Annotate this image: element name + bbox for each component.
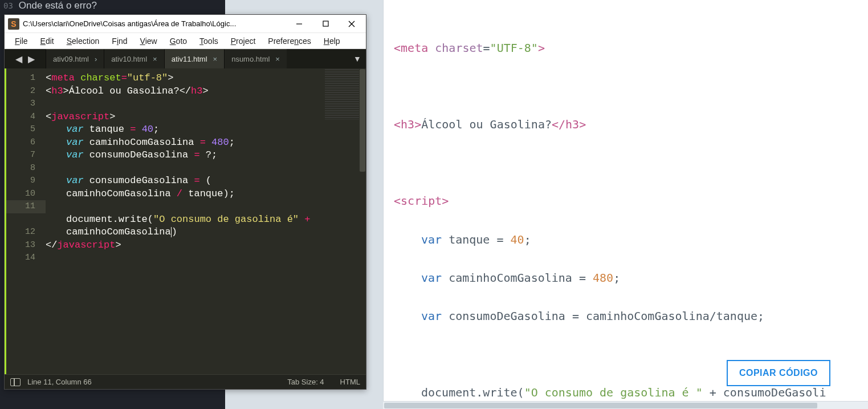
svg-rect-1 (323, 21, 328, 26)
vertical-scrollbar[interactable] (359, 68, 366, 374)
menu-view[interactable]: View (135, 35, 163, 47)
menu-preferences[interactable]: Preferences (262, 35, 317, 47)
tab-label: nsumo.html (231, 55, 270, 63)
close-button[interactable] (339, 15, 365, 33)
tab-bar: ◀ ▶ ativ09.html › ativ10.html × ativ11.h… (5, 49, 366, 68)
app-icon: S (8, 18, 19, 30)
panel-toggle-icon[interactable] (10, 378, 21, 386)
tab-close-icon[interactable]: × (213, 55, 218, 63)
diff-gutter-marker (5, 68, 6, 374)
tab-ativ11[interactable]: ativ11.html × (164, 49, 224, 68)
minimize-button[interactable] (286, 15, 312, 33)
tab-overflow-button[interactable]: ▼ (349, 49, 366, 68)
menu-project[interactable]: Project (225, 35, 262, 47)
status-bar: Line 11, Column 66 Tab Size: 4 HTML (5, 374, 366, 389)
close-icon (348, 21, 355, 27)
menu-file[interactable]: File (9, 35, 34, 47)
tab-label: ativ10.html (111, 55, 147, 63)
question-text: Onde está o erro? (19, 0, 97, 11)
maximize-icon (323, 21, 329, 27)
editor-area[interactable]: 1 2 3 4 5 6 7 8 9 10 11 12 13 14 <meta c… (5, 68, 366, 374)
reference-code-pane: <meta charset="UTF-8"> <h3>Álcool ou Gas… (383, 0, 868, 402)
tab-history-forward-icon[interactable]: ▶ (28, 54, 35, 64)
scrollbar-thumb[interactable] (384, 403, 817, 408)
code-body[interactable]: <meta charset="utf-8"> <h3>Álcool ou Gas… (46, 68, 366, 374)
status-cursor-pos: Line 11, Column 66 (27, 378, 92, 386)
editor-window: S C:\Users\clari\OneDrive\Coisas antigas… (4, 14, 366, 390)
menu-tools[interactable]: Tools (194, 35, 224, 47)
status-tab-size[interactable]: Tab Size: 4 (287, 378, 324, 386)
status-language[interactable]: HTML (340, 378, 360, 386)
tab-close-icon[interactable]: × (153, 55, 157, 63)
menu-find[interactable]: Find (106, 35, 133, 47)
menu-help[interactable]: Help (318, 35, 346, 47)
menu-bar: File Edit Selection Find View Goto Tools… (5, 33, 366, 49)
line-gutter: 1 2 3 4 5 6 7 8 9 10 11 12 13 14 (5, 68, 46, 374)
question-number: 03 (3, 1, 13, 10)
menu-edit[interactable]: Edit (35, 35, 60, 47)
chevron-right-icon: › (95, 55, 97, 63)
scrollbar-thumb[interactable] (360, 69, 365, 172)
minimap[interactable] (325, 68, 359, 120)
tab-label: ativ09.html (53, 55, 89, 63)
tab-label: ativ11.html (172, 55, 207, 63)
copy-code-button[interactable]: COPIAR CÓDIGO (727, 360, 830, 386)
menu-selection[interactable]: Selection (61, 35, 105, 47)
horizontal-scrollbar[interactable] (383, 401, 868, 409)
tab-ativ10[interactable]: ativ10.html × (104, 49, 164, 68)
menu-goto[interactable]: Goto (164, 35, 193, 47)
tab-ativ09[interactable]: ativ09.html › (46, 49, 104, 68)
titlebar[interactable]: S C:\Users\clari\OneDrive\Coisas antigas… (5, 15, 366, 33)
window-title: C:\Users\clari\OneDrive\Coisas antigas\Á… (23, 19, 286, 28)
maximize-button[interactable] (312, 15, 339, 33)
tab-consumo[interactable]: nsumo.html × (224, 49, 287, 68)
question-row: 03 Onde está o erro? (0, 0, 97, 11)
tab-history-back-icon[interactable]: ◀ (15, 54, 22, 64)
minimize-icon (296, 21, 303, 27)
tab-close-icon[interactable]: × (275, 55, 280, 63)
